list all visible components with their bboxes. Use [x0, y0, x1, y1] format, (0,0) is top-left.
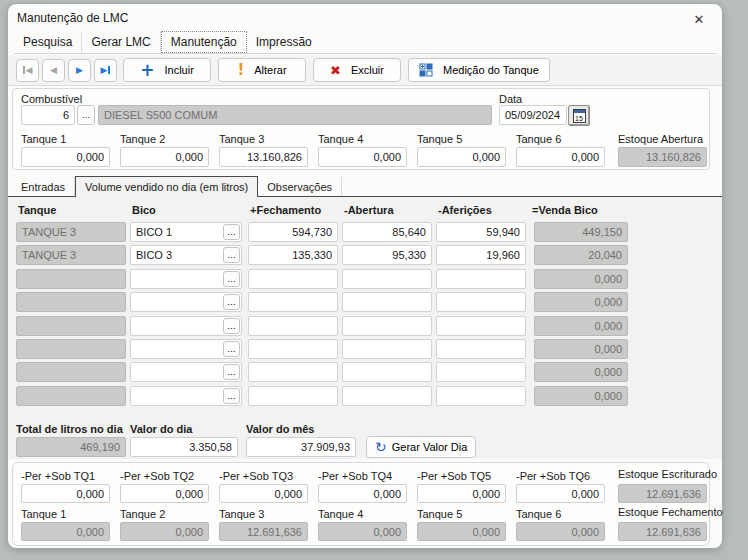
tab-entradas[interactable]: Entradas [12, 177, 75, 196]
tanque3-input[interactable]: 13.160,826 [219, 147, 308, 167]
excluir-button[interactable]: ✖ Excluir [313, 58, 401, 82]
bico-lookup-button[interactable]: … [223, 271, 240, 287]
nav-first-button[interactable]: ◀ [16, 59, 39, 82]
abertura-input[interactable] [342, 386, 432, 406]
bottom-tanque2-label: Tanque 2 [120, 508, 165, 520]
per-sob-tq2-input[interactable]: 0,000 [120, 484, 209, 503]
tab-gerar-lmc[interactable]: Gerar LMC [82, 32, 160, 52]
sub-tab-bar: Entradas Volume vendido no dia (em litro… [12, 175, 342, 197]
abertura-input[interactable] [342, 362, 432, 382]
per-sob-tq3-label: -Per +Sob TQ3 [219, 470, 293, 482]
fechamento-input[interactable]: 135,330 [248, 245, 338, 265]
tanque1-label: Tanque 1 [21, 133, 66, 145]
table-row: … 0,000 [16, 339, 628, 359]
bico-cell[interactable]: … [130, 316, 242, 336]
abertura-input[interactable]: 95,330 [342, 245, 432, 265]
date-input[interactable]: 05/09/2024 [499, 105, 567, 125]
per-sob-tq3-input[interactable]: 0,000 [219, 484, 308, 503]
fechamento-input[interactable] [248, 316, 338, 336]
bottom-tanque5-field: 0,000 [417, 522, 506, 541]
abertura-input[interactable] [342, 339, 432, 359]
calendar-icon: 15 [573, 109, 586, 123]
bico-cell[interactable]: … [130, 292, 242, 312]
nav-next-button[interactable]: ▶ [68, 59, 91, 82]
bico-cell[interactable]: BICO 3… [130, 245, 242, 265]
tanque2-input[interactable]: 0,000 [120, 147, 209, 167]
tab-pesquisa[interactable]: Pesquisa [14, 32, 82, 52]
bico-cell[interactable]: BICO 1… [130, 222, 242, 242]
afericoes-input[interactable] [436, 269, 526, 289]
incluir-button[interactable]: + Incluir [123, 58, 211, 82]
afericoes-input[interactable]: 19,960 [436, 245, 526, 265]
bico-cell[interactable]: … [130, 386, 242, 406]
bico-lookup-button[interactable]: … [223, 318, 240, 334]
bico-cell[interactable]: … [130, 362, 242, 382]
per-sob-tq2-label: -Per +Sob TQ2 [120, 470, 194, 482]
stock-summary-panel: -Per +Sob TQ1 -Per +Sob TQ2 -Per +Sob TQ… [12, 462, 710, 546]
bico-lookup-button[interactable]: … [223, 341, 240, 357]
gerar-valor-dia-button[interactable]: ↻ Gerar Valor Dia [366, 436, 476, 458]
header-afericoes: -Aferições [438, 204, 492, 216]
afericoes-input[interactable]: 59,940 [436, 222, 526, 242]
afericoes-input[interactable] [436, 339, 526, 359]
alterar-button[interactable]: ! Alterar [218, 58, 306, 82]
titlebar: Manutenção de LMC ✕ [8, 4, 722, 32]
tanque1-input[interactable]: 0,000 [21, 147, 110, 167]
fuel-code-input[interactable]: 6 [21, 105, 75, 125]
bico-lookup-button[interactable]: … [223, 364, 240, 380]
fechamento-input[interactable] [248, 292, 338, 312]
per-sob-tq6-input[interactable]: 0,000 [516, 484, 605, 503]
header-abertura: -Abertura [344, 204, 394, 216]
abertura-input[interactable] [342, 316, 432, 336]
valor-mes-input[interactable]: 37.909,93 [246, 437, 356, 457]
afericoes-input[interactable] [436, 362, 526, 382]
afericoes-input[interactable] [436, 386, 526, 406]
table-row: … 0,000 [16, 269, 628, 289]
valor-dia-input[interactable]: 3.350,58 [130, 437, 238, 457]
tanque6-input[interactable]: 0,000 [516, 147, 605, 167]
afericoes-input[interactable] [436, 292, 526, 312]
abertura-input[interactable]: 85,640 [342, 222, 432, 242]
per-sob-tq1-input[interactable]: 0,000 [21, 484, 110, 503]
venda-bico-field: 0,000 [534, 316, 628, 336]
per-sob-tq5-input[interactable]: 0,000 [417, 484, 506, 503]
bico-lookup-button[interactable]: … [223, 224, 240, 240]
header-venda-bico: =Venda Bico [532, 204, 598, 216]
per-sob-tq4-input[interactable]: 0,000 [318, 484, 407, 503]
tab-impressao[interactable]: Impressão [247, 32, 321, 52]
abertura-input[interactable] [342, 292, 432, 312]
venda-bico-field: 0,000 [534, 386, 628, 406]
calendar-picker-button[interactable]: 15 [568, 105, 590, 126]
tanque-cell [16, 316, 126, 336]
refresh-icon: ↻ [375, 440, 387, 454]
nav-last-button[interactable]: ▶ [94, 59, 117, 82]
medicao-tanque-button[interactable]: Medição do Tanque [408, 58, 550, 82]
bico-lookup-button[interactable]: … [223, 388, 240, 404]
fechamento-input[interactable]: 594,730 [248, 222, 338, 242]
bottom-tanque4-field: 0,000 [318, 522, 407, 541]
nav-prev-button[interactable]: ◀ [42, 59, 65, 82]
close-icon[interactable]: ✕ [690, 10, 708, 28]
tanque5-input[interactable]: 0,000 [417, 147, 506, 167]
tab-volume-vendido[interactable]: Volume vendido no dia (em litros) [75, 176, 258, 197]
fechamento-input[interactable] [248, 339, 338, 359]
bico-cell[interactable]: … [130, 339, 242, 359]
afericoes-input[interactable] [436, 316, 526, 336]
fechamento-input[interactable] [248, 362, 338, 382]
abertura-input[interactable] [342, 269, 432, 289]
fuel-lookup-button[interactable]: … [77, 105, 95, 125]
estoque-fechamento-field: 12.691,636 [618, 522, 707, 541]
tanque4-input[interactable]: 0,000 [318, 147, 407, 167]
last-bar-icon [108, 66, 110, 74]
tanque5-label: Tanque 5 [417, 133, 462, 145]
bico-lookup-button[interactable]: … [223, 247, 240, 263]
fechamento-input[interactable] [248, 386, 338, 406]
fechamento-input[interactable] [248, 269, 338, 289]
tab-observacoes[interactable]: Observações [258, 177, 342, 196]
lmc-maintenance-window: Manutenção de LMC ✕ Pesquisa Gerar LMC M… [8, 4, 722, 548]
bico-lookup-button[interactable]: … [223, 294, 240, 310]
next-arrow-icon: ▶ [76, 65, 83, 75]
tab-manutencao[interactable]: Manutenção [161, 31, 247, 53]
bico-cell[interactable]: … [130, 269, 242, 289]
table-row: … 0,000 [16, 292, 628, 312]
